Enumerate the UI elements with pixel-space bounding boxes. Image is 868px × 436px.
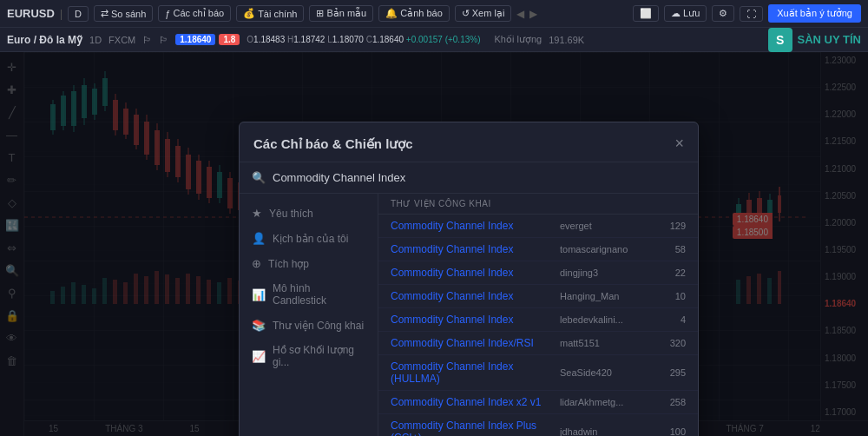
result-author: dingjing3 — [560, 268, 655, 278]
volume-label: Khối lượng — [495, 34, 542, 45]
result-name: Commodity Channel Index x2 v1 — [391, 396, 560, 408]
template-icon: ⊞ — [316, 8, 324, 19]
result-row[interactable]: Commodity Channel Index Plus (CCI+) jdha… — [378, 414, 698, 436]
alert-btn[interactable]: 🔔 Cảnh báo — [378, 5, 450, 22]
settings-btn[interactable]: ⚙ — [712, 5, 734, 22]
search-icon: 🔍 — [252, 171, 266, 184]
compare-icon: ⇄ — [101, 8, 108, 19]
result-name: Commodity Channel Index (HULLMA) — [391, 360, 560, 385]
price-badge2: 1.8 — [219, 34, 240, 45]
brand-name: SÀN UY TÍN — [798, 33, 861, 46]
brand-icon: S — [768, 28, 792, 52]
indicators-btn[interactable]: ƒ Các chỉ báo — [158, 5, 231, 22]
result-name: Commodity Channel Index — [391, 220, 560, 232]
result-row[interactable]: Commodity Channel Index/RSI matt5151 320 — [378, 332, 698, 355]
result-count: 320 — [655, 338, 686, 348]
modal-overlay[interactable]: Các Chỉ báo & Chiến lược × 🔍 ★ Yêu thích… — [0, 52, 868, 436]
exchange-label: FXCM — [108, 35, 135, 45]
results-header: THƯ VIỆN CÔNG KHAI — [378, 194, 698, 215]
result-author: jdhadwin — [560, 426, 655, 436]
price-badge-group: 1.18640 1.8 — [175, 34, 240, 45]
library-icon: 📚 — [252, 319, 266, 332]
modal-results: THƯ VIỆN CÔNG KHAI Commodity Channel Ind… — [378, 194, 698, 436]
cat-public-library[interactable]: 📚 Thư viện Công khai — [240, 313, 378, 338]
search-box: 🔍 — [240, 162, 698, 194]
modal-categories: ★ Yêu thích 👤 Kịch bản của tôi ⊕ Tích hợ… — [240, 194, 378, 436]
result-name: Commodity Channel Index — [391, 243, 560, 255]
cat-favorites[interactable]: ★ Yêu thích — [240, 201, 378, 226]
result-author: Hanging_Man — [560, 291, 655, 301]
result-row[interactable]: Commodity Channel Index dingjing3 22 — [378, 261, 698, 285]
modal-header: Các Chỉ báo & Chiến lược × — [240, 122, 698, 162]
symbol-label: EURUSD — [7, 7, 55, 20]
compare-btn[interactable]: ⇄ So sánh — [94, 5, 153, 22]
cat-candlestick[interactable]: 📊 Mô hình Candlestick — [240, 276, 378, 313]
volume-value: 191.69K — [549, 35, 584, 45]
result-row[interactable]: Commodity Channel Index lebedevkalini...… — [378, 308, 698, 332]
interval-btn[interactable]: D — [68, 6, 89, 22]
timeframe-label: 1D — [89, 35, 102, 45]
result-row[interactable]: Commodity Channel Index Hanging_Man 10 — [378, 285, 698, 308]
result-row[interactable]: Commodity Channel Index everget 129 — [378, 215, 698, 238]
modal-close-btn[interactable]: × — [674, 135, 684, 153]
search-input[interactable] — [273, 171, 686, 184]
volume-icon: 📈 — [252, 350, 266, 363]
result-count: 10 — [655, 291, 686, 301]
result-author: lebedevkalini... — [560, 314, 655, 325]
replay-btn[interactable]: ↺ Xem lại — [455, 5, 512, 22]
result-author: lidarAkhmetg... — [560, 397, 655, 407]
cat-my-scripts[interactable]: 👤 Kịch bản của tôi — [240, 226, 378, 251]
window-btn[interactable]: ⬜ — [633, 5, 659, 22]
export-btn[interactable]: Xuất bản ý tưởng — [768, 4, 861, 23]
result-name: Commodity Channel Index — [391, 290, 560, 302]
result-name: Commodity Channel Index — [391, 267, 560, 279]
result-count: 22 — [655, 268, 686, 278]
price-badge1: 1.18640 — [175, 34, 215, 45]
pair-name: Euro / Đô la Mỹ — [7, 34, 82, 46]
result-count: 258 — [655, 397, 686, 407]
fullscreen-btn[interactable]: ⛶ — [740, 6, 763, 22]
cat-integrated[interactable]: ⊕ Tích hợp — [240, 251, 378, 276]
ohlc-label: O1.18483 H1.18742 L1.18070 C1.18640 +0.0… — [247, 35, 480, 44]
template-btn[interactable]: ⊞ Bản mẫu — [309, 5, 373, 22]
result-count: 58 — [655, 244, 686, 254]
brand-logo: S SÀN UY TÍN — [768, 28, 861, 52]
cloud-icon: ☁ — [671, 8, 681, 19]
cat-volume-profile[interactable]: 📈 Hồ sơ Khối lượng gi... — [240, 338, 378, 374]
bell-icon: 🔔 — [385, 8, 398, 19]
infobar: Euro / Đô la Mỹ 1D FXCM 🏳 🏳 1.18640 1.8 … — [0, 28, 868, 52]
result-author: SeaSide420 — [560, 367, 655, 378]
result-name: Commodity Channel Index Plus (CCI+) — [391, 419, 560, 436]
modal-body: ★ Yêu thích 👤 Kịch bản của tôi ⊕ Tích hợ… — [240, 194, 698, 436]
indicators-icon: ƒ — [165, 9, 170, 19]
result-count: 129 — [655, 221, 686, 231]
result-row[interactable]: Commodity Channel Index x2 v1 lidarAkhme… — [378, 391, 698, 414]
result-author: matt5151 — [560, 338, 655, 348]
plus-circle-icon: ⊕ — [252, 257, 261, 270]
result-count: 295 — [655, 367, 686, 378]
modal-title: Các Chỉ báo & Chiến lược — [253, 136, 413, 152]
result-author: everget — [560, 221, 655, 231]
replay-icon: ↺ — [462, 8, 470, 19]
result-row[interactable]: Commodity Channel Index tomascarignano 5… — [378, 238, 698, 261]
candlestick-icon: 📊 — [252, 288, 266, 301]
topbar: EURUSD | D ⇄ So sánh ƒ Các chỉ báo 💰 Tài… — [0, 0, 868, 28]
result-author: tomascarignano — [560, 244, 655, 254]
finance-btn[interactable]: 💰 Tài chính — [236, 5, 304, 22]
star-icon: ★ — [252, 207, 262, 220]
finance-icon: 💰 — [243, 8, 255, 19]
indicator-modal: Các Chỉ báo & Chiến lược × 🔍 ★ Yêu thích… — [239, 122, 699, 436]
person-icon: 👤 — [252, 232, 266, 245]
result-name: Commodity Channel Index — [391, 314, 560, 326]
topbar-right: ⬜ ☁ Lưu ⚙ ⛶ Xuất bản ý tưởng — [633, 4, 861, 23]
result-count: 4 — [655, 314, 686, 325]
cloud-save-btn[interactable]: ☁ Lưu — [664, 5, 707, 22]
result-count: 100 — [655, 426, 686, 436]
main-layout: ✛ ✚ ╱ — T ✏ ◇ 🔣 ⇔ 🔍 ⚲ 🔒 👁 🗑 — [0, 52, 868, 436]
result-name: Commodity Channel Index/RSI — [391, 337, 560, 349]
result-row[interactable]: Commodity Channel Index (HULLMA) SeaSide… — [378, 355, 698, 391]
